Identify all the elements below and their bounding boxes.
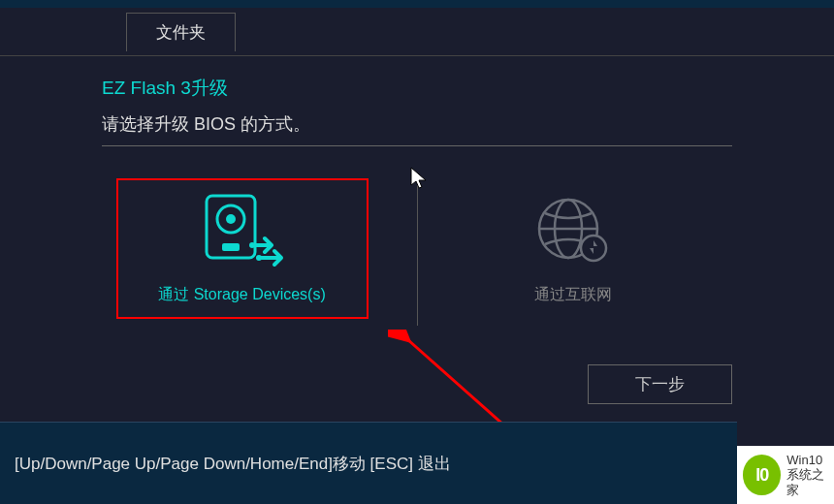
footer-hint: [Up/Down/Page Up/Page Down/Home/End]移动 [… xyxy=(0,422,737,504)
page-subtitle: 请选择升级 BIOS 的方式。 xyxy=(102,112,732,136)
next-button-row: 下一步 xyxy=(0,364,834,404)
globe-icon xyxy=(529,192,617,273)
next-button[interactable]: 下一步 xyxy=(588,364,732,404)
watermark-text: Win10 系统之家 xyxy=(786,453,834,498)
options-row: 通过 Storage Devices(s) xyxy=(102,171,732,326)
watermark-logo: I0 xyxy=(743,455,781,495)
svg-point-2 xyxy=(226,214,236,224)
svg-point-5 xyxy=(256,255,262,261)
tab-folder[interactable]: 文件夹 xyxy=(126,13,236,51)
option-storage-devices[interactable]: 通过 Storage Devices(s) xyxy=(116,178,369,319)
options-divider xyxy=(417,171,418,326)
watermark-line2: 系统之家 xyxy=(786,467,834,497)
top-band xyxy=(0,0,834,8)
svg-point-4 xyxy=(249,242,255,248)
watermark: I0 Win10 系统之家 xyxy=(737,446,834,504)
storage-device-icon xyxy=(199,192,286,273)
content-area: EZ Flash 3升级 请选择升级 BIOS 的方式。 通过 Storage … xyxy=(0,56,834,326)
svg-rect-3 xyxy=(222,243,240,251)
option-internet[interactable]: 通过互联网 xyxy=(447,178,699,319)
option-internet-label: 通过互联网 xyxy=(534,285,612,305)
page-title: EZ Flash 3升级 xyxy=(102,76,732,101)
divider-horizontal xyxy=(102,145,732,146)
tab-bar: 文件夹 xyxy=(0,8,834,56)
watermark-line1: Win10 xyxy=(786,453,834,468)
option-storage-label: 通过 Storage Devices(s) xyxy=(158,285,326,305)
cursor-icon xyxy=(409,166,429,195)
